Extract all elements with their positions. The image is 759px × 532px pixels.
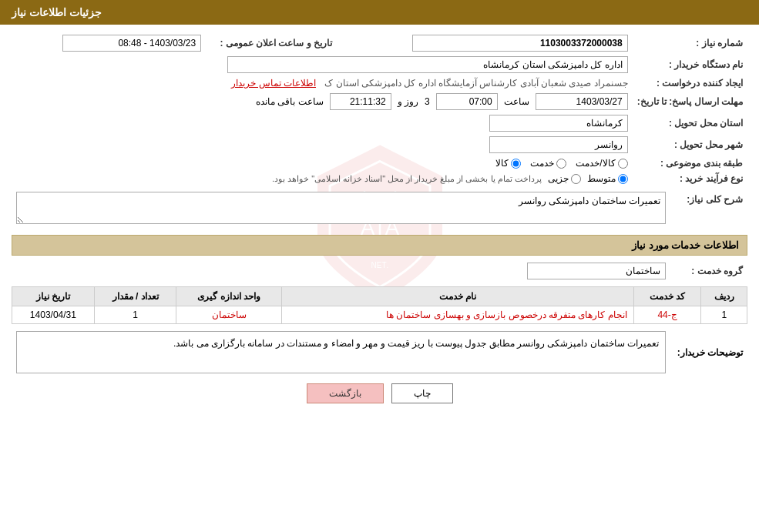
deadline-label: مهلت ارسال پاسخ: تا تاریخ: bbox=[633, 91, 747, 112]
need-desc-table: شرح کلی نیاز: bbox=[12, 189, 747, 229]
buyer-desc-value: تعمیرات ساختمان دامپزشکی روانسر مطابق جد… bbox=[16, 331, 666, 373]
col-header-qty: تعداد / مقدار bbox=[94, 287, 176, 306]
category-label: طبقه بندی موضوعی : bbox=[633, 156, 747, 171]
col-header-code: کد خدمت bbox=[633, 287, 701, 306]
need-description-input[interactable] bbox=[16, 192, 666, 224]
deadline-time-label: ساعت bbox=[504, 96, 529, 107]
proc-radio-motavasset[interactable] bbox=[618, 174, 628, 184]
print-button[interactable]: چاپ bbox=[391, 383, 453, 403]
cell-date: 1403/04/31 bbox=[12, 306, 95, 324]
col-header-date: تاریخ نیاز bbox=[12, 287, 95, 306]
proc-option-motavasset[interactable]: متوسط bbox=[587, 173, 628, 184]
cell-name: انجام کارهای متفرقه درخصوص بازسازی و بهس… bbox=[282, 306, 634, 324]
remaining-days-label: روز و bbox=[398, 96, 418, 107]
buyer-desc-label: توضیحات خریدار: bbox=[670, 329, 747, 376]
announce-date-value: 1403/03/23 - 08:48 bbox=[62, 35, 201, 52]
category-radio-kala-khedmat[interactable] bbox=[618, 159, 628, 169]
proc-label-jozii: جزیی bbox=[548, 173, 569, 184]
need-number-value: 1103003372000038 bbox=[412, 35, 628, 52]
proc-option-jozii[interactable]: جزیی bbox=[548, 173, 581, 184]
contact-link[interactable]: اطلاعات تماس خریدار bbox=[231, 78, 316, 89]
proc-type-label: نوع فرآیند خرید : bbox=[633, 171, 747, 186]
category-label-kala-khedmat: کالا/خدمت bbox=[576, 158, 615, 169]
province-label: استان محل تحویل : bbox=[633, 112, 747, 134]
city-value: روانسر bbox=[489, 136, 628, 153]
announce-date-label: تاریخ و ساعت اعلان عمومی : bbox=[206, 32, 337, 54]
province-value: کرمانشاه bbox=[489, 115, 628, 132]
service-info-title: اطلاعات خدمات مورد نیاز bbox=[12, 235, 747, 256]
cell-code: ج-44 bbox=[633, 306, 701, 324]
cell-unit: ساختمان bbox=[176, 306, 282, 324]
category-label-kala: کالا bbox=[495, 158, 509, 169]
remaining-time-value: 21:11:32 bbox=[330, 93, 391, 110]
service-group-value: ساختمان bbox=[527, 263, 666, 279]
need-number-label: شماره نیاز : bbox=[633, 32, 747, 54]
proc-type-row: متوسط جزیی پرداخت تمام یا بخشی از مبلغ خ… bbox=[16, 173, 628, 184]
category-radio-khedmat[interactable] bbox=[556, 159, 566, 169]
page-title: جزئیات اطلاعات نیاز bbox=[12, 6, 102, 18]
creator-value: جسنمراد صیدی شعبان آبادی کارشناس آزمایشگ… bbox=[324, 78, 627, 89]
creator-label: ایجاد کننده درخواست : bbox=[633, 75, 747, 91]
col-header-row: ردیف bbox=[701, 287, 747, 306]
buyer-desc-table: توضیحات خریدار: تعمیرات ساختمان دامپزشکی… bbox=[12, 329, 747, 376]
table-row: 1 ج-44 انجام کارهای متفرقه درخصوص بازساز… bbox=[12, 306, 747, 324]
main-info-table: شماره نیاز : 1103003372000038 تاریخ و سا… bbox=[12, 32, 747, 186]
cell-row: 1 bbox=[701, 306, 747, 324]
deadline-date-value: 1403/03/27 bbox=[536, 93, 628, 110]
city-label: شهر محل تحویل : bbox=[633, 134, 747, 156]
remaining-days-value: 3 bbox=[425, 96, 430, 107]
category-option-kala[interactable]: کالا bbox=[495, 158, 521, 169]
buyer-org-label: نام دستگاه خریدار : bbox=[633, 54, 747, 75]
category-option-kala-khedmat[interactable]: کالا/خدمت bbox=[576, 158, 627, 169]
button-row: چاپ بازگشت bbox=[12, 383, 747, 403]
col-header-unit: واحد اندازه گیری bbox=[176, 287, 282, 306]
back-button[interactable]: بازگشت bbox=[307, 383, 384, 403]
category-option-khedmat[interactable]: خدمت bbox=[530, 158, 566, 169]
proc-radio-jozii[interactable] bbox=[571, 174, 581, 184]
category-label-khedmat: خدمت bbox=[530, 158, 554, 169]
category-radio-group: کالا/خدمت خدمت کالا bbox=[16, 158, 628, 169]
proc-label-motavasset: متوسط bbox=[587, 173, 616, 184]
buyer-org-value: اداره کل دامپزشکی استان کرمانشاه bbox=[227, 56, 628, 73]
deadline-time-value: 07:00 bbox=[436, 93, 498, 110]
service-group-table: گروه خدمت : ساختمان bbox=[12, 260, 747, 282]
proc-description: پرداخت تمام یا بخشی از مبلغ خریدار از مح… bbox=[272, 174, 542, 184]
need-desc-label: شرح کلی نیاز: bbox=[670, 189, 747, 229]
remaining-time-label: ساعت باقی مانده bbox=[256, 96, 324, 107]
cell-qty: 1 bbox=[94, 306, 176, 324]
page-header: جزئیات اطلاعات نیاز bbox=[0, 0, 759, 25]
category-radio-kala[interactable] bbox=[511, 159, 521, 169]
col-header-name: نام خدمت bbox=[282, 287, 634, 306]
service-group-label: گروه خدمت : bbox=[670, 260, 747, 282]
services-data-table: ردیف کد خدمت نام خدمت واحد اندازه گیری ت… bbox=[12, 286, 747, 324]
